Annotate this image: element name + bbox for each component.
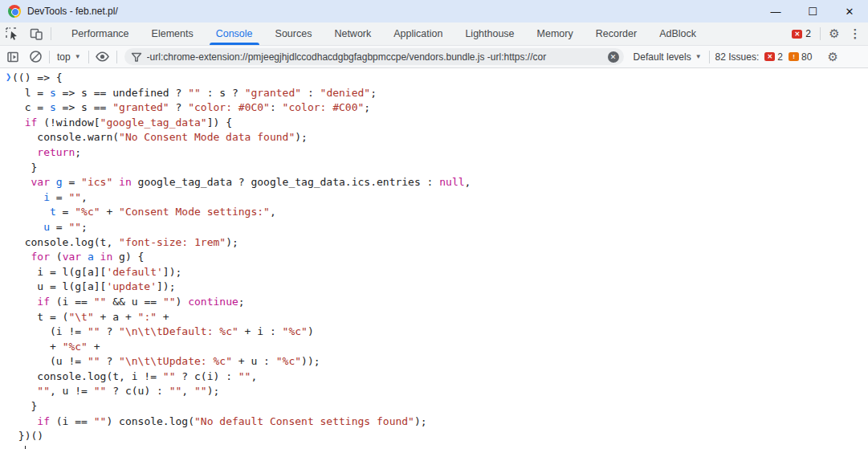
console-code-block: (() => { l = s => s == undefined ? "" : … <box>0 71 868 449</box>
console-code-line: i = l(g[a]['default']); <box>0 265 868 280</box>
console-code-line: console.log(t, "font-size: 1rem"); <box>0 235 868 251</box>
devtools-tabbar: PerformanceElementsConsoleSourcesNetwork… <box>0 22 868 46</box>
console-code-line: })() <box>0 429 868 444</box>
console-prompt-chevron-icon: ❯ <box>6 71 11 83</box>
console-sidebar-icon <box>6 51 19 63</box>
issues-counter[interactable]: 82 Issues: ✕ 2 ! 80 <box>712 51 816 63</box>
device-toolbar-icon <box>29 27 43 41</box>
divider <box>51 27 51 40</box>
console-settings-button[interactable]: ⚙ <box>821 47 844 67</box>
tab-sources[interactable]: Sources <box>264 22 324 45</box>
log-levels-label: Default levels <box>634 51 691 63</box>
text-cursor <box>25 446 26 449</box>
tab-adblock[interactable]: AdBlock <box>648 22 707 45</box>
console-code-line: (u != "" ? "\n\t\tUpdate: %c" + u : "%c"… <box>0 354 868 369</box>
tabbar-right-cluster: ✕ 2 ⚙ ⋮ <box>792 22 868 45</box>
tab-memory[interactable]: Memory <box>526 22 585 45</box>
console-code-line: for (var a in g) { <box>0 250 868 265</box>
divider <box>709 51 710 63</box>
toggle-device-toolbar-button[interactable] <box>24 22 48 45</box>
divider <box>116 51 117 63</box>
console-code-line: c = s => s == "granted" ? "color: #0C0":… <box>0 100 868 116</box>
tab-elements[interactable]: Elements <box>141 22 205 45</box>
console-code-line: (() => { <box>0 71 868 86</box>
console-code-line: "", u != "" ? c(u) : "", ""); <box>0 384 868 399</box>
eye-icon <box>95 49 110 64</box>
issues-warning-badge-icon: ! <box>789 52 799 61</box>
console-code-line <box>0 444 868 449</box>
clear-console-icon <box>29 50 43 63</box>
javascript-context-selector[interactable]: top ▼ <box>52 51 86 63</box>
create-live-expression-button[interactable] <box>92 47 114 67</box>
console-code-line: var g = "ics" in google_tag_data ? googl… <box>0 175 868 190</box>
context-selector-label: top <box>57 51 71 63</box>
minimize-button[interactable]: — <box>757 0 794 22</box>
settings-gear-icon[interactable]: ⚙ <box>823 27 846 41</box>
console-code-line: (i != "" ? "\n\t\tDefault: %c" + i : "%c… <box>0 325 868 340</box>
tab-console[interactable]: Console <box>205 22 264 45</box>
error-badge-icon[interactable]: ✕ <box>792 30 802 39</box>
divider <box>820 27 821 40</box>
divider <box>88 51 89 63</box>
console-code-line: if (i == "") console.log("No default Con… <box>0 414 868 430</box>
more-options-icon[interactable]: ⋮ <box>846 27 865 41</box>
chevron-down-icon: ▼ <box>75 53 81 60</box>
log-levels-selector[interactable]: Default levels ▼ <box>629 51 707 63</box>
tab-lighthouse[interactable]: Lighthouse <box>454 22 525 45</box>
console-filter-input[interactable]: -url:chrome-extension://pmjeegjhjdlccodh… <box>124 48 624 65</box>
issues-label: 82 Issues: <box>715 51 760 63</box>
console-code-line: t = "%c" + "Consent Mode settings:", <box>0 205 868 220</box>
inspect-cursor-icon <box>5 27 19 41</box>
filter-text-value[interactable]: -url:chrome-extension://pmjeegjhjdlccodh… <box>147 51 608 63</box>
tab-recorder[interactable]: Recorder <box>585 22 648 45</box>
console-code-line: u = l(g[a]['update']); <box>0 280 868 295</box>
devtools-tabs: PerformanceElementsConsoleSourcesNetwork… <box>60 22 707 45</box>
console-output-area[interactable]: ❯ (() => { l = s => s == undefined ? "" … <box>0 68 868 427</box>
filter-funnel-icon <box>131 51 142 63</box>
console-code-line: } <box>0 399 868 414</box>
console-code-line: if (i == "" && u == "") continue; <box>0 295 868 310</box>
clear-console-button[interactable] <box>24 47 47 67</box>
console-toolbar: top ▼ -url:chrome-extension://pmjeegjhjd… <box>0 46 868 68</box>
console-code-line: + "%c" + <box>0 340 868 355</box>
maximize-button[interactable]: ☐ <box>794 0 831 22</box>
console-settings-gear-icon: ⚙ <box>821 50 844 64</box>
issues-error-count: 2 <box>777 51 783 63</box>
error-badge-count: 2 <box>805 28 811 39</box>
window-titlebar: DevTools - feb.net.pl/ — ☐ ✕ <box>0 0 868 22</box>
window-controls: — ☐ ✕ <box>757 0 868 22</box>
clear-filter-icon[interactable]: ✕ <box>608 51 619 63</box>
tab-application[interactable]: Application <box>382 22 454 45</box>
inspect-element-button[interactable] <box>0 22 24 45</box>
console-sidebar-toggle-button[interactable] <box>2 47 24 67</box>
console-code-line: if (!window["google_tag_data"]) { <box>0 116 868 131</box>
console-code-line: i = "", <box>0 190 868 206</box>
console-code-line: console.warn("No Consent Mode data found… <box>0 130 868 145</box>
console-code-line: console.log(t, i != "" ? c(i) : "", <box>0 369 868 385</box>
console-code-line: t = ("\t" + a + ":" + <box>0 310 868 325</box>
tab-performance[interactable]: Performance <box>60 22 141 45</box>
issues-warning-count: 80 <box>801 51 812 63</box>
console-code-line: u = ""; <box>0 220 868 235</box>
console-code-line: l = s => s == undefined ? "" : s ? "gran… <box>0 86 868 101</box>
window-title: DevTools - feb.net.pl/ <box>27 6 118 17</box>
console-code-line: return; <box>0 145 868 161</box>
console-code-line: } <box>0 161 868 176</box>
issues-error-badge-icon: ✕ <box>764 52 775 61</box>
tab-network[interactable]: Network <box>323 22 382 45</box>
divider <box>49 51 50 63</box>
chevron-down-icon: ▼ <box>695 53 702 60</box>
chrome-logo-icon <box>8 5 21 18</box>
close-button[interactable]: ✕ <box>831 0 868 22</box>
